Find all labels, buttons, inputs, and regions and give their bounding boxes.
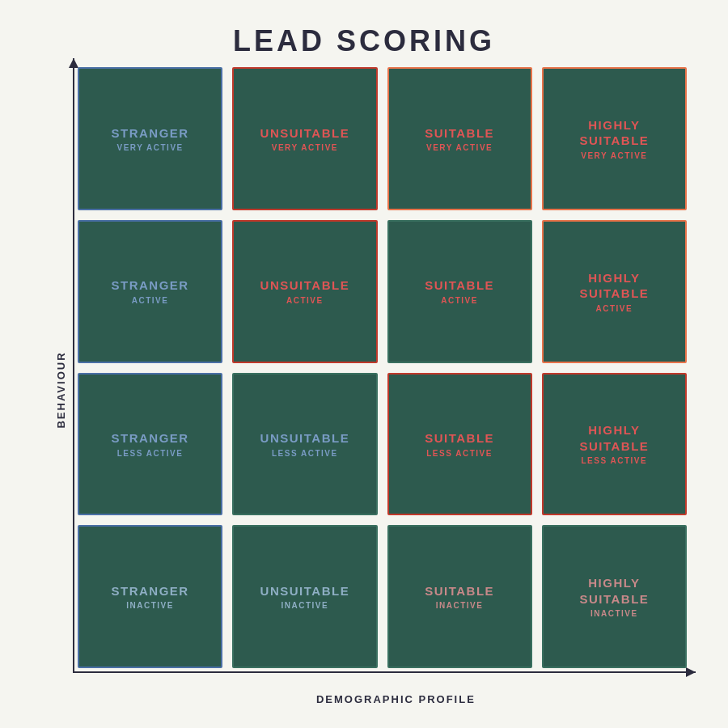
cell-sub-text: ACTIVE — [596, 304, 633, 313]
grid-cell: HIGHLY SUITABLEVERY ACTIVE — [542, 67, 687, 210]
cell-main-text: HIGHLY SUITABLE — [579, 575, 649, 607]
grid-cell: STRANGERVERY ACTIVE — [78, 67, 222, 210]
cell-main-text: STRANGER — [112, 277, 189, 294]
page-title: LEAD SCORING — [233, 24, 495, 58]
cell-sub-text: VERY ACTIVE — [426, 143, 493, 152]
cell-sub-text: INACTIVE — [436, 601, 484, 610]
cell-main-text: HIGHLY SUITABLE — [579, 422, 649, 454]
cell-main-text: SUITABLE — [425, 430, 494, 447]
y-axis-label: BEHAVIOUR — [55, 351, 67, 428]
grid-cell: HIGHLY SUITABLEINACTIVE — [542, 525, 687, 668]
cell-main-text: STRANGER — [112, 125, 189, 142]
cell-main-text: STRANGER — [112, 430, 189, 447]
cell-main-text: HIGHLY SUITABLE — [579, 117, 649, 149]
grid-cell: HIGHLY SUITABLELESS ACTIVE — [542, 373, 687, 516]
cell-main-text: SUITABLE — [425, 583, 494, 599]
cell-main-text: STRANGER — [112, 583, 189, 599]
cell-main-text: HIGHLY SUITABLE — [579, 270, 649, 302]
grid-cell: UNSUITABLELESS ACTIVE — [232, 373, 377, 516]
grid-cell: SUITABLELESS ACTIVE — [387, 373, 532, 516]
grid-cell: UNSUITABLEACTIVE — [232, 220, 377, 363]
grid-cell: STRANGERINACTIVE — [78, 525, 222, 668]
grid-cell: SUITABLEINACTIVE — [387, 525, 532, 668]
cell-sub-text: INACTIVE — [126, 601, 174, 610]
cell-sub-text: VERY ACTIVE — [272, 143, 338, 152]
cell-main-text: UNSUITABLE — [260, 583, 350, 599]
cell-sub-text: ACTIVE — [441, 296, 478, 305]
cell-main-text: SUITABLE — [425, 277, 494, 294]
cell-sub-text: VERY ACTIVE — [581, 151, 647, 160]
cell-main-text: SUITABLE — [425, 125, 494, 142]
cell-sub-text: ACTIVE — [286, 296, 324, 305]
chart-area: BEHAVIOUR STRANGERVERY ACTIVEUNSUITABLEV… — [32, 74, 696, 705]
cell-sub-text: VERY ACTIVE — [116, 143, 183, 152]
grid-cell: HIGHLY SUITABLEACTIVE — [542, 220, 687, 363]
cell-sub-text: LESS ACTIVE — [426, 449, 493, 458]
cell-main-text: UNSUITABLE — [260, 277, 350, 294]
x-axis-label: DEMOGRAPHIC PROFILE — [316, 693, 476, 705]
grid-cell: STRANGERACTIVE — [78, 220, 222, 363]
cell-main-text: UNSUITABLE — [260, 430, 350, 447]
main-container: LEAD SCORING BEHAVIOUR STRANGERVERY ACTI… — [0, 0, 728, 728]
grid-cell: STRANGERLESS ACTIVE — [78, 373, 222, 516]
grid-cell: SUITABLEVERY ACTIVE — [387, 67, 532, 210]
cell-sub-text: LESS ACTIVE — [582, 456, 648, 465]
cell-sub-text: INACTIVE — [281, 601, 329, 610]
cell-main-text: UNSUITABLE — [260, 125, 350, 142]
cell-sub-text: LESS ACTIVE — [272, 449, 338, 458]
grid-cell: UNSUITABLEVERY ACTIVE — [232, 67, 377, 210]
cell-sub-text: INACTIVE — [590, 609, 638, 618]
grid: STRANGERVERY ACTIVEUNSUITABLEVERY ACTIVE… — [73, 62, 692, 673]
cell-sub-text: LESS ACTIVE — [117, 449, 184, 458]
grid-cell: SUITABLEACTIVE — [387, 220, 532, 363]
cell-sub-text: ACTIVE — [132, 296, 169, 305]
grid-cell: UNSUITABLEINACTIVE — [232, 525, 377, 668]
